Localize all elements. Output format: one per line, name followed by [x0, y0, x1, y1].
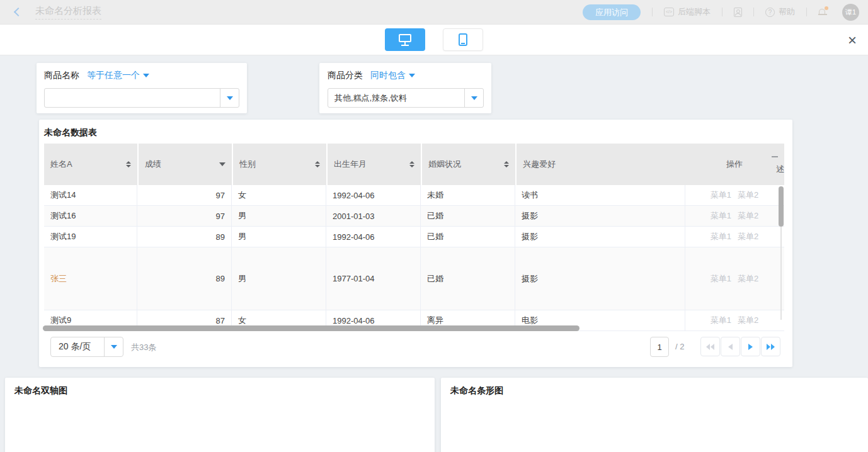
- cell-name: 测试14: [44, 185, 137, 205]
- filter-operator-dropdown[interactable]: 等于任意一个: [87, 70, 149, 81]
- clipped-column-sort-fragment: [772, 156, 778, 157]
- help-button[interactable]: ? 帮助: [765, 6, 795, 18]
- column-header-name[interactable]: 姓名A: [44, 144, 137, 185]
- double-left-arrow-icon: [706, 344, 714, 350]
- address-book-icon[interactable]: [734, 8, 742, 17]
- total-pages: / 2: [675, 342, 684, 351]
- cell-birth: 1992-04-06: [326, 185, 421, 205]
- column-header-hobby[interactable]: 兴趣爱好: [517, 144, 685, 185]
- page-size-value: 20 条/页: [51, 341, 104, 353]
- record-link[interactable]: 张三: [50, 273, 67, 285]
- action-menu1-link[interactable]: 菜单1: [711, 231, 731, 242]
- last-page-button[interactable]: [761, 337, 780, 356]
- divider: [753, 8, 754, 16]
- chevron-down-icon: [143, 74, 149, 77]
- cell-birth: 1977-01-04: [326, 247, 421, 310]
- cell-actions: 菜单1 菜单2: [685, 247, 784, 310]
- double-right-arrow-icon: [767, 344, 775, 350]
- page-number-input[interactable]: 1: [650, 337, 669, 357]
- cell-marital: 已婚: [421, 227, 515, 247]
- cell-score: 97: [137, 206, 232, 226]
- filter-value-input[interactable]: 其他,糕点,辣条,饮料: [328, 88, 484, 108]
- cell-score: 89: [137, 227, 232, 247]
- action-menu2-link[interactable]: 菜单2: [738, 273, 758, 285]
- sort-icon[interactable]: [126, 161, 131, 167]
- mobile-preview-toggle[interactable]: [443, 28, 483, 51]
- cell-marital: 已婚: [421, 206, 515, 226]
- action-menu2-link[interactable]: 菜单2: [738, 189, 758, 201]
- backend-script-button[interactable]: </> 后端脚本: [664, 6, 711, 18]
- sort-icon[interactable]: [409, 161, 414, 167]
- action-menu2-link[interactable]: 菜单2: [738, 231, 758, 242]
- close-icon[interactable]: ×: [844, 25, 860, 55]
- action-menu1-link[interactable]: 菜单1: [711, 189, 731, 201]
- chevron-down-icon: [471, 96, 477, 100]
- cell-score: 97: [137, 185, 232, 205]
- avatar[interactable]: 谭1: [842, 4, 859, 21]
- table-row[interactable]: 测试14 97 女 1992-04-06 未婚 读书 菜单1 菜单2: [44, 185, 784, 206]
- app-access-button[interactable]: 应用访问: [583, 4, 641, 20]
- filter-select-caret[interactable]: [464, 89, 483, 107]
- right-arrow-icon: [748, 344, 753, 350]
- table-row[interactable]: 张三 89 男 1977-01-04 已婚 摄影 菜单1 菜单2: [44, 247, 784, 310]
- column-header-score[interactable]: 成绩: [139, 144, 232, 185]
- column-header-gender[interactable]: 性别: [233, 144, 326, 185]
- filter-select-caret[interactable]: [220, 89, 239, 107]
- action-menu2-link[interactable]: 菜单2: [738, 315, 758, 326]
- report-title[interactable]: 未命名分析报表: [35, 5, 101, 20]
- filter-label: 商品分类: [328, 70, 363, 81]
- sort-icon[interactable]: [315, 161, 320, 167]
- cell-hobby: 摄影: [515, 247, 685, 310]
- cell-hobby: 摄影: [515, 206, 685, 226]
- phone-icon: [459, 33, 467, 46]
- monitor-icon: [399, 33, 411, 46]
- vertical-scrollbar[interactable]: [779, 186, 784, 227]
- action-menu2-link[interactable]: 菜单2: [738, 210, 758, 222]
- back-icon[interactable]: [14, 8, 23, 16]
- cell-score: 89: [137, 247, 232, 310]
- table-row[interactable]: 测试19 89 男 1992-04-06 已婚 摄影 菜单1 菜单2: [44, 227, 784, 247]
- bar-chart-card[interactable]: 未命名条形图: [441, 378, 868, 452]
- sort-icon[interactable]: [504, 161, 509, 167]
- sort-desc-icon[interactable]: [219, 162, 226, 166]
- horizontal-scrollbar[interactable]: [43, 325, 580, 331]
- action-menu1-link[interactable]: 菜单1: [711, 315, 731, 326]
- prev-page-button[interactable]: [721, 337, 740, 356]
- column-header-marital[interactable]: 婚姻状况: [422, 144, 515, 185]
- column-header-actions[interactable]: 操作: [685, 144, 784, 185]
- divider: [806, 8, 807, 16]
- desktop-preview-toggle[interactable]: [385, 28, 425, 51]
- divider: [722, 8, 722, 16]
- cell-hobby: 摄影: [515, 227, 685, 247]
- preview-toolbar: ×: [0, 25, 868, 55]
- question-icon: ?: [765, 8, 775, 17]
- table-title: 未命名数据表: [44, 127, 97, 138]
- filter-operator-dropdown[interactable]: 同时包含: [370, 70, 415, 81]
- action-menu1-link[interactable]: 菜单1: [711, 210, 731, 222]
- filter-value-input[interactable]: [44, 88, 239, 108]
- code-icon: </>: [664, 8, 674, 16]
- notification-bell-icon[interactable]: [818, 8, 827, 16]
- notification-dot: [825, 6, 828, 10]
- cell-name: 张三: [44, 247, 137, 310]
- next-page-button[interactable]: [741, 337, 760, 356]
- column-header-birth[interactable]: 出生年月: [328, 144, 421, 185]
- filter-card-product-name: 商品名称 等于任意一个: [37, 63, 247, 113]
- cell-actions: 菜单1 菜单2: [685, 310, 784, 331]
- cell-name: 测试16: [44, 206, 137, 226]
- page-size-select[interactable]: 20 条/页: [50, 337, 123, 357]
- cell-name: 测试19: [44, 227, 137, 247]
- cell-gender: 男: [232, 247, 326, 310]
- total-count: 共33条: [131, 342, 156, 353]
- dual-axis-chart-card[interactable]: 未命名双轴图: [5, 378, 435, 452]
- cell-marital: 未婚: [421, 185, 515, 205]
- cell-birth: 1992-04-06: [326, 227, 421, 247]
- app-header: 未命名分析报表 应用访问 </> 后端脚本 ? 帮助 谭1: [0, 0, 868, 25]
- filter-label: 商品名称: [44, 70, 79, 81]
- clipped-column-label: 述: [776, 164, 784, 175]
- table-row[interactable]: 测试16 97 男 2001-01-03 已婚 摄影 菜单1 菜单2: [44, 206, 784, 227]
- first-page-button[interactable]: [700, 337, 720, 356]
- table-header: 姓名A 成绩 性别 出生年月 婚姻状况 兴趣爱好 操作 述: [44, 144, 784, 185]
- action-menu1-link[interactable]: 菜单1: [711, 273, 731, 285]
- cell-actions: 菜单1 菜单2: [685, 227, 784, 247]
